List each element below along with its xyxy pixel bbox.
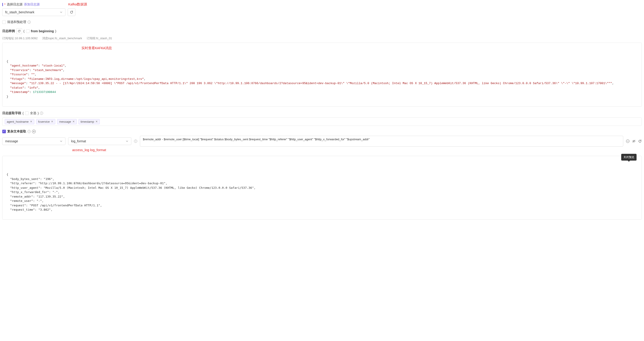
chevron-down-icon bbox=[126, 140, 128, 143]
method-info-icon[interactable]: i bbox=[134, 140, 137, 143]
select-all-checkbox[interactable] bbox=[25, 111, 29, 115]
field-tag[interactable]: message✕ bbox=[57, 119, 77, 124]
select-source-label: 选择日志源 bbox=[7, 2, 22, 6]
required-star: * bbox=[4, 3, 6, 6]
select-source-header: * 选择日志源 添加日志源 Kafka数据源 bbox=[2, 2, 642, 6]
remove-tag-icon[interactable]: ✕ bbox=[72, 120, 75, 123]
refresh-source-button[interactable] bbox=[68, 8, 75, 16]
extract-fields-tags[interactable]: agent_hostname✕fcservice✕message✕timesta… bbox=[2, 117, 642, 126]
paren-open: ( bbox=[22, 111, 24, 115]
from-beginning-checkbox[interactable] bbox=[26, 29, 30, 33]
refresh-icon bbox=[638, 139, 642, 143]
refresh-extract-button[interactable] bbox=[638, 139, 642, 143]
paren-close: ) bbox=[38, 111, 39, 115]
log-format-input[interactable]: $remote_addr - $remote_user [$time_local… bbox=[140, 136, 623, 147]
complex-info-icon[interactable]: i bbox=[28, 130, 31, 133]
extract-method-value: log_format bbox=[71, 139, 86, 143]
extract-field-value: message bbox=[5, 139, 18, 143]
minus-circle-icon bbox=[626, 139, 630, 143]
eye-off-icon bbox=[632, 139, 636, 143]
sample-label: 日志样例 bbox=[2, 29, 15, 33]
remove-tag-icon[interactable]: ✕ bbox=[96, 120, 98, 123]
remove-row-button[interactable] bbox=[626, 139, 630, 143]
paren-open: ( bbox=[24, 29, 24, 33]
subscription-meta: 订阅地址:10.99.1.105:9092 消息topic:fc_stash_b… bbox=[2, 36, 642, 40]
chevron-down-icon bbox=[60, 140, 62, 143]
close-preview-tooltip: 关闭预览 bbox=[621, 154, 636, 161]
complex-extract-label: 复杂文本提取 bbox=[7, 129, 26, 133]
source-select-value: fc_stash_benchmark bbox=[5, 10, 34, 14]
filter-info-icon[interactable]: i bbox=[28, 20, 31, 24]
kafka-view-annotation: 实时查看KAFKA消息 bbox=[82, 46, 112, 51]
refresh-icon bbox=[18, 29, 21, 33]
refresh-icon bbox=[70, 10, 73, 14]
field-tag[interactable]: timestamp✕ bbox=[78, 119, 100, 124]
complex-extract-checkbox[interactable] bbox=[2, 130, 6, 133]
remove-tag-icon[interactable]: ✕ bbox=[30, 120, 32, 123]
section-marker bbox=[2, 3, 3, 6]
log-format-annotation: access_log log_format bbox=[72, 148, 106, 152]
add-source-link[interactable]: 添加日志源 bbox=[24, 2, 40, 6]
field-tag[interactable]: fcservice✕ bbox=[36, 119, 55, 124]
extract-fields-label: 日志提取字段 bbox=[2, 111, 21, 115]
from-beginning-label: from beginning bbox=[31, 29, 54, 33]
extract-info-icon[interactable]: i bbox=[40, 112, 43, 115]
field-tag[interactable]: agent_hostname✕ bbox=[5, 119, 34, 124]
paren-close: ) bbox=[55, 29, 56, 33]
remove-tag-icon[interactable]: ✕ bbox=[51, 120, 53, 123]
select-all-label: 全选 bbox=[30, 111, 36, 115]
extract-output-box: 关闭预览 { "body_bytes_sent": "196", "http_r… bbox=[2, 156, 642, 220]
chevron-down-icon bbox=[60, 11, 62, 13]
filter-checkbox[interactable] bbox=[2, 20, 6, 24]
preview-toggle-button[interactable] bbox=[632, 139, 636, 143]
add-extract-button[interactable]: + bbox=[32, 130, 36, 133]
json-sample-box: 实时查看KAFKA消息 { "agent_hostname": "stash-l… bbox=[2, 43, 642, 107]
refresh-sample-button[interactable] bbox=[16, 28, 22, 34]
extract-field-select[interactable]: message bbox=[2, 137, 66, 145]
filter-label: 筛选和预处理 bbox=[7, 20, 26, 24]
source-select[interactable]: fc_stash_benchmark bbox=[2, 8, 66, 16]
extract-method-select[interactable]: log_format bbox=[68, 137, 131, 145]
kafka-annotation: Kafka数据源 bbox=[68, 2, 87, 6]
